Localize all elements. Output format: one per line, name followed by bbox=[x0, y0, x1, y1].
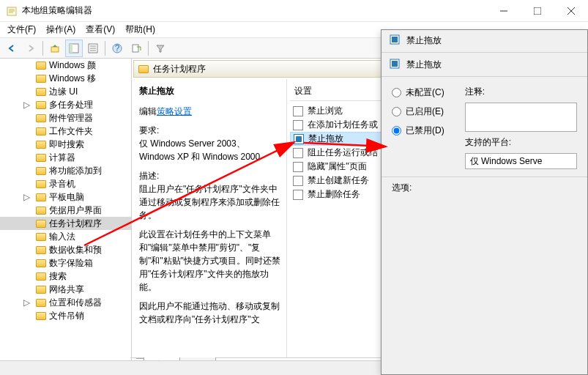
setting-label: 禁止创建新任务 bbox=[308, 174, 369, 187]
state-radio-group: 未配置(C) 已启用(E) 已禁用(D) bbox=[382, 78, 455, 175]
tree-item[interactable]: 将功能添加到 bbox=[0, 164, 132, 177]
path-label: 任务计划程序 bbox=[153, 63, 206, 75]
comment-label: 注释: bbox=[455, 83, 587, 101]
policy-icon bbox=[293, 106, 303, 116]
menu-help[interactable]: 帮助(H) bbox=[121, 22, 160, 37]
tree-item[interactable]: ▷位置和传感器 bbox=[0, 296, 132, 309]
tree-item[interactable]: 任务计划程序 bbox=[0, 217, 132, 230]
tree-item-label: 平板电脑 bbox=[49, 191, 84, 204]
forward-button[interactable] bbox=[22, 40, 40, 57]
radio-disabled[interactable]: 已禁用(D) bbox=[392, 121, 444, 140]
tree-item-label: 多任务处理 bbox=[49, 99, 93, 111]
folder-icon bbox=[36, 220, 46, 228]
tree-item-label: 附件管理器 bbox=[49, 112, 93, 125]
folder-icon bbox=[36, 312, 46, 320]
radio-enabled[interactable]: 已启用(E) bbox=[392, 102, 444, 121]
tree-item[interactable]: 数据收集和预 bbox=[0, 243, 132, 256]
export-button[interactable] bbox=[127, 40, 145, 57]
svg-rect-21 bbox=[392, 61, 398, 67]
tree-item[interactable]: Windows 移 bbox=[0, 72, 132, 85]
policy-icon bbox=[294, 134, 304, 144]
svg-rect-10 bbox=[70, 44, 72, 53]
close-button[interactable] bbox=[554, 0, 588, 22]
tree-item[interactable]: 计算器 bbox=[0, 151, 132, 164]
tree-item-label: 计算器 bbox=[49, 152, 75, 164]
dialog-subtitle: 禁止拖放 bbox=[406, 59, 442, 71]
svg-rect-17 bbox=[133, 45, 138, 52]
filter-button[interactable] bbox=[152, 40, 169, 57]
maximize-button[interactable] bbox=[521, 0, 554, 22]
tree-item[interactable]: 凭据用户界面 bbox=[0, 204, 132, 217]
supported-field: 仅 Windows Serve bbox=[465, 153, 577, 169]
setting-label: 在添加计划任务或 bbox=[308, 119, 378, 131]
policy-dialog: 禁止拖放 禁止拖放 未配置(C) 已启用(E) 已禁用(D) 注释: 支持的平台… bbox=[381, 29, 588, 375]
folder-icon bbox=[36, 286, 46, 294]
tree-item[interactable]: 搜索 bbox=[0, 270, 132, 283]
tree-item-label: 文件吊销 bbox=[49, 310, 84, 322]
tree-item-label: 录音机 bbox=[49, 178, 75, 190]
setting-label: 禁止删除任务 bbox=[308, 188, 360, 201]
radio-not-configured[interactable]: 未配置(C) bbox=[392, 83, 444, 102]
folder-icon bbox=[36, 233, 46, 241]
tree-item[interactable]: 录音机 bbox=[0, 177, 132, 190]
setting-label: 禁止浏览 bbox=[308, 105, 343, 117]
folder-icon bbox=[36, 88, 46, 96]
svg-rect-5 bbox=[534, 7, 541, 15]
options-label: 选项: bbox=[382, 179, 587, 197]
policy-icon bbox=[293, 190, 303, 200]
supported-label: 支持的平台: bbox=[455, 133, 587, 152]
folder-icon bbox=[36, 272, 46, 281]
nav-tree[interactable]: Windows 颜Windows 移边缘 UI▷多任务处理附件管理器工作文件夹即… bbox=[0, 59, 132, 374]
tree-item-label: 数据收集和预 bbox=[49, 244, 102, 256]
folder-icon bbox=[36, 193, 46, 201]
list-button[interactable] bbox=[84, 40, 102, 57]
menu-file[interactable]: 文件(F) bbox=[3, 22, 40, 37]
tree-item[interactable]: 附件管理器 bbox=[0, 111, 132, 125]
tree-item-label: 位置和传感器 bbox=[49, 297, 102, 309]
tree-item[interactable]: 工作文件夹 bbox=[0, 125, 132, 138]
tree-item-label: 任务计划程序 bbox=[49, 218, 102, 230]
policy-icon bbox=[293, 120, 303, 130]
folder-icon bbox=[36, 101, 46, 109]
menu-action[interactable]: 操作(A) bbox=[42, 22, 80, 37]
app-icon bbox=[6, 5, 18, 17]
menu-view[interactable]: 查看(V) bbox=[81, 22, 119, 37]
description-pane: 禁止拖放 编辑策略设置 要求:仅 Windows Server 2003、Win… bbox=[133, 79, 287, 357]
policy-icon bbox=[293, 148, 303, 158]
folder-icon bbox=[36, 299, 46, 307]
tree-item[interactable]: ▷多任务处理 bbox=[0, 98, 132, 111]
folder-icon bbox=[36, 180, 46, 188]
tree-item[interactable]: 数字保险箱 bbox=[0, 256, 132, 270]
back-button[interactable] bbox=[3, 40, 21, 57]
up-button[interactable] bbox=[46, 40, 64, 57]
tree-item[interactable]: 网络共享 bbox=[0, 283, 132, 296]
setting-label: 阻止任务运行或结 bbox=[308, 146, 378, 159]
minimize-button[interactable] bbox=[487, 0, 521, 22]
tree-item-label: 凭据用户界面 bbox=[49, 204, 102, 217]
tree-item[interactable]: 文件吊销 bbox=[0, 309, 132, 322]
show-tree-button[interactable] bbox=[65, 40, 83, 57]
folder-icon bbox=[36, 154, 46, 162]
comment-field[interactable] bbox=[465, 103, 577, 132]
tree-item[interactable]: 边缘 UI bbox=[0, 85, 132, 98]
policy-icon bbox=[293, 176, 303, 186]
help-button[interactable]: ? bbox=[108, 40, 126, 57]
folder-icon bbox=[36, 207, 46, 215]
folder-icon bbox=[36, 141, 46, 149]
tree-item[interactable]: Windows 颜 bbox=[0, 59, 132, 72]
tree-item-label: 搜索 bbox=[49, 270, 67, 283]
folder-icon bbox=[138, 65, 149, 73]
svg-rect-8 bbox=[51, 47, 59, 52]
setting-label: 隐藏"属性"页面 bbox=[308, 160, 367, 173]
tree-item[interactable]: ▷平板电脑 bbox=[0, 190, 132, 204]
folder-icon bbox=[36, 127, 46, 135]
tree-item[interactable]: 输入法 bbox=[0, 230, 132, 243]
svg-text:?: ? bbox=[115, 43, 120, 53]
tree-item-label: 边缘 UI bbox=[49, 86, 78, 98]
folder-icon bbox=[36, 259, 46, 267]
edit-policy-link[interactable]: 策略设置 bbox=[157, 106, 192, 116]
setting-label: 禁止拖放 bbox=[308, 133, 343, 145]
svg-rect-19 bbox=[392, 37, 398, 42]
tree-item[interactable]: 即时搜索 bbox=[0, 138, 132, 151]
tree-item-label: 网络共享 bbox=[49, 283, 84, 296]
